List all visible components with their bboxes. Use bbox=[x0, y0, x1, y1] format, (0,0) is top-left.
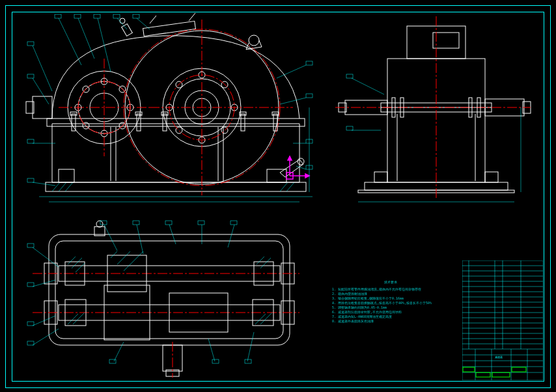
svg-point-52 bbox=[120, 18, 125, 23]
svg-line-175 bbox=[228, 225, 234, 247]
svg-rect-120 bbox=[346, 74, 353, 78]
svg-line-83 bbox=[277, 65, 306, 78]
svg-rect-84 bbox=[306, 61, 313, 65]
tech-req-title: 技术要求 bbox=[332, 280, 449, 285]
svg-rect-63 bbox=[273, 114, 277, 131]
svg-rect-176 bbox=[230, 221, 237, 225]
svg-rect-182 bbox=[245, 359, 251, 363]
svg-rect-72 bbox=[113, 14, 120, 18]
tech-req-2: 2. 箱体内壁涂耐油油漆 bbox=[332, 292, 449, 296]
svg-line-147 bbox=[73, 313, 85, 324]
svg-line-181 bbox=[247, 332, 254, 361]
svg-rect-78 bbox=[27, 74, 34, 78]
svg-line-133 bbox=[117, 251, 130, 264]
svg-rect-216 bbox=[512, 367, 526, 372]
svg-rect-76 bbox=[27, 42, 34, 46]
svg-rect-164 bbox=[27, 322, 34, 326]
svg-line-159 bbox=[33, 247, 59, 267]
svg-rect-215 bbox=[492, 372, 510, 377]
svg-rect-178 bbox=[109, 359, 116, 363]
svg-line-169 bbox=[137, 225, 143, 254]
svg-rect-68 bbox=[74, 14, 81, 18]
svg-rect-48 bbox=[143, 21, 196, 36]
tech-req-1: 1. 装配前所有零件用煤油清洗,箱体内不允许有任何杂物存在 bbox=[332, 287, 449, 292]
svg-rect-174 bbox=[198, 221, 204, 225]
svg-line-4 bbox=[65, 182, 73, 191]
svg-rect-70 bbox=[94, 14, 100, 18]
svg-point-53 bbox=[249, 35, 259, 46]
svg-line-148 bbox=[255, 314, 266, 324]
svg-rect-172 bbox=[165, 221, 172, 225]
svg-rect-101 bbox=[485, 172, 498, 182]
svg-line-119 bbox=[352, 78, 384, 94]
svg-line-141 bbox=[68, 257, 76, 264]
title-block: 减速器 bbox=[462, 260, 543, 380]
svg-rect-55 bbox=[72, 114, 76, 131]
svg-line-146 bbox=[68, 314, 78, 324]
svg-rect-82 bbox=[27, 178, 34, 182]
svg-line-167 bbox=[104, 225, 117, 251]
svg-rect-0 bbox=[46, 182, 306, 191]
svg-rect-162 bbox=[27, 283, 34, 287]
svg-marker-92 bbox=[305, 174, 309, 178]
svg-line-67 bbox=[78, 18, 94, 59]
svg-rect-7 bbox=[59, 169, 74, 182]
svg-rect-122 bbox=[346, 126, 353, 130]
svg-line-6 bbox=[286, 182, 294, 191]
svg-line-5 bbox=[280, 182, 288, 191]
tech-requirements: 技术要求 1. 装配前所有零件用煤油清洗,箱体内不允许有任何杂物存在 2. 箱体… bbox=[332, 280, 449, 324]
tech-req-5: 5. 调整轴承轴向间隙为0.05-0.1mm bbox=[332, 305, 449, 310]
svg-line-85 bbox=[280, 98, 306, 104]
tech-req-8: 8. 减速器外表面涂灰色油漆 bbox=[332, 319, 449, 324]
title-block-title: 减速器 bbox=[495, 356, 503, 359]
svg-line-50 bbox=[189, 13, 195, 21]
svg-line-165 bbox=[33, 329, 59, 345]
top-section-view bbox=[20, 215, 306, 378]
svg-line-3 bbox=[59, 182, 66, 191]
svg-rect-51 bbox=[122, 24, 133, 36]
tech-req-7: 7. 减速器内装L-AN68润滑油至规定高度 bbox=[332, 315, 449, 319]
svg-line-134 bbox=[124, 251, 143, 271]
svg-marker-94 bbox=[288, 156, 292, 160]
svg-line-73 bbox=[137, 18, 150, 29]
svg-line-65 bbox=[59, 18, 81, 65]
svg-rect-180 bbox=[212, 359, 219, 363]
front-view bbox=[20, 13, 319, 208]
svg-line-143 bbox=[76, 263, 85, 272]
svg-line-145 bbox=[260, 258, 271, 268]
svg-line-89 bbox=[296, 166, 306, 169]
svg-rect-166 bbox=[27, 341, 34, 345]
svg-line-132 bbox=[111, 251, 117, 258]
svg-rect-74 bbox=[133, 14, 139, 18]
tech-req-3: 3. 啮合侧隙用铅丝检查,侧隙值应不小于0.16mm bbox=[332, 296, 449, 301]
svg-rect-160 bbox=[27, 244, 34, 247]
svg-line-75 bbox=[33, 46, 52, 91]
svg-rect-86 bbox=[306, 94, 313, 98]
svg-line-142 bbox=[72, 258, 82, 268]
side-view bbox=[332, 13, 534, 208]
svg-rect-214 bbox=[476, 372, 490, 377]
tech-req-6: 6. 减速器剖分面涂密封胶,不允许使用任何填料 bbox=[332, 310, 449, 315]
svg-rect-100 bbox=[374, 172, 387, 182]
svg-line-81 bbox=[33, 182, 55, 186]
svg-rect-213 bbox=[463, 367, 475, 372]
svg-line-2 bbox=[52, 182, 60, 191]
svg-rect-170 bbox=[133, 221, 139, 225]
svg-rect-61 bbox=[241, 114, 245, 131]
svg-line-49 bbox=[150, 16, 156, 23]
svg-rect-80 bbox=[27, 139, 34, 143]
svg-line-144 bbox=[257, 257, 264, 264]
svg-rect-66 bbox=[55, 14, 61, 18]
svg-rect-104 bbox=[433, 33, 459, 48]
tech-req-4: 4. 用涂色法检查齿面接触斑点,按齿高不小于40%,按齿长不小于50% bbox=[332, 301, 449, 305]
svg-line-179 bbox=[208, 339, 215, 361]
svg-rect-46 bbox=[33, 96, 52, 119]
svg-line-77 bbox=[33, 78, 49, 104]
svg-line-149 bbox=[260, 313, 272, 324]
